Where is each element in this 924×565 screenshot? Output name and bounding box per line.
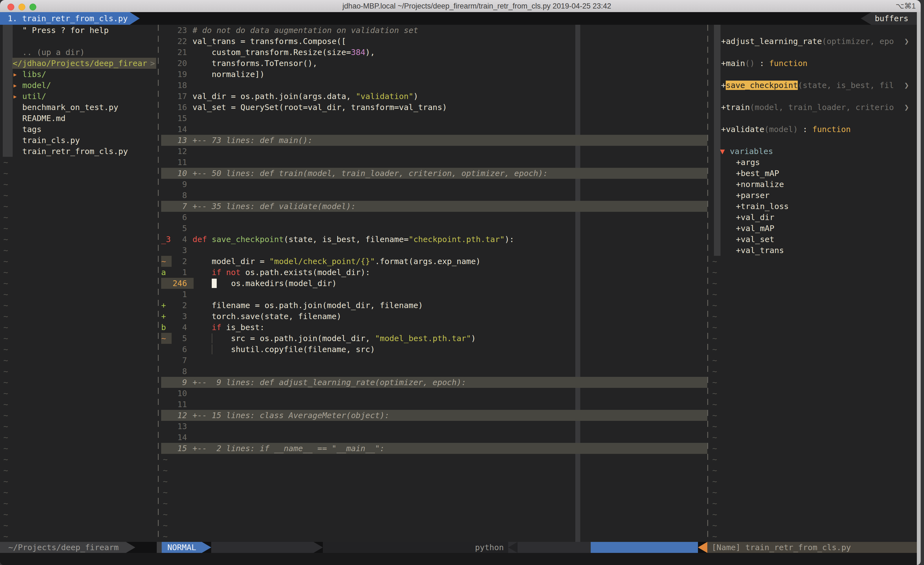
fold-line[interactable]: 12+-- 15 lines: class AverageMeter(objec…	[161, 410, 707, 421]
code-line[interactable]: 7	[161, 355, 707, 366]
tree-item[interactable]: " Press ? for help	[0, 25, 156, 36]
tag-entry[interactable]: +args	[712, 157, 917, 168]
fold-text: +-- 50 lines: def train(model, train_loa…	[192, 168, 548, 178]
tree-item[interactable]: ▸model/	[0, 80, 156, 91]
code-line[interactable]: 11	[161, 399, 707, 410]
line-number: 10	[172, 388, 187, 399]
tag-entry[interactable]: +val_set	[712, 234, 917, 245]
code-line[interactable]: 8	[161, 190, 707, 201]
code-token: 384	[351, 48, 365, 57]
fold-line[interactable]: 10+-- 50 lines: def train(model, train_l…	[161, 168, 707, 179]
empty-line-tilde: ~	[0, 388, 156, 399]
fold-line[interactable]: 9+-- 9 lines: def adjust_learning_rate(o…	[161, 377, 707, 388]
line-number: 7	[172, 201, 187, 212]
close-button-icon[interactable]	[8, 4, 14, 11]
fold-line[interactable]: 13+-- 73 lines: def main():	[161, 135, 707, 146]
code-token: val_set = QuerySet(root=val_dir, transfo…	[192, 102, 447, 112]
code-line[interactable]: +2 filename = os.path.join(model_dir, fi…	[161, 300, 707, 311]
code-line[interactable]: ~5 src = os.path.join(model_dir, "model_…	[161, 333, 707, 344]
code-line[interactable]: 14	[161, 432, 707, 443]
code-line[interactable]: 18	[161, 80, 707, 91]
code-line[interactable]: b4 if is_best:	[161, 322, 707, 333]
empty-line-tilde: ~	[712, 311, 917, 322]
code-token: not	[226, 267, 240, 277]
code-token: model_dir =	[192, 257, 269, 266]
tree-item[interactable]: .. (up a dir)	[0, 47, 156, 58]
code-line[interactable]: 246 os.makedirs(model_dir)	[161, 278, 707, 289]
code-line[interactable]: 5	[161, 223, 707, 234]
statusline-tagbar-name: [Name] train_retr_from_cls.py	[707, 542, 917, 553]
tag-entry[interactable]: ▼variables	[712, 146, 917, 157]
fold-line[interactable]: 15+-- 2 lines: if __name__ == "__main__"…	[161, 443, 707, 454]
tag-entry[interactable]: +save_checkpoint(state, is_best, fil❯	[712, 80, 917, 91]
tag-entry[interactable]: +train(model, train_loader, criterio❯	[712, 102, 917, 113]
code-line[interactable]: _34def save_checkpoint(state, is_best, f…	[161, 234, 707, 245]
tree-item[interactable]: benchmark_on_test.py	[0, 102, 156, 113]
code-line[interactable]: 12	[161, 146, 707, 157]
tag-entry[interactable]: +validate(model) : function	[712, 124, 917, 135]
tree-item[interactable]: train_cls.py	[0, 135, 156, 146]
buffers-label[interactable]: buffers	[861, 12, 917, 25]
fold-text: +-- 35 lines: def validate(model):	[192, 201, 356, 211]
tree-item[interactable]: train_retr_from_cls.py	[0, 146, 156, 157]
tag-entry[interactable]: +best_mAP	[712, 168, 917, 179]
tag-blank-line	[712, 135, 917, 146]
code-line[interactable]: 11	[161, 157, 707, 168]
tag-entry[interactable]: +val_mAP	[712, 223, 917, 234]
tag-entry[interactable]: +main() : function	[712, 58, 917, 69]
tree-item[interactable]: ▸util/	[0, 91, 156, 102]
code-line[interactable]: 21 custom_transform.Resize(size=384),	[161, 47, 707, 58]
code-line[interactable]: 14	[161, 124, 707, 135]
gutter-sign: +	[161, 311, 172, 322]
code-line[interactable]: 19 normalize])	[161, 69, 707, 80]
window-separator[interactable]	[707, 25, 708, 542]
code-line[interactable]: 17val_dir = os.path.join(args.data, "val…	[161, 91, 707, 102]
tag-entry[interactable]: +adjust_learning_rate(optimizer, epo❯	[712, 36, 917, 47]
code-token: if	[212, 267, 221, 277]
fold-text: +-- 15 lines: class AverageMeter(object)…	[192, 411, 389, 420]
line-number: 21	[172, 47, 187, 58]
code-line[interactable]: +3 torch.save(state, filename)	[161, 311, 707, 322]
code-token: "checkpoint.pth.tar"	[409, 234, 505, 244]
filetype-text: python	[475, 542, 504, 553]
tree-item[interactable]: README.md	[0, 113, 156, 124]
empty-line-tilde: ~	[0, 190, 156, 201]
tree-item[interactable]: </jdhao/Projects/deep_firear>	[0, 58, 156, 69]
tree-item[interactable]: ▸libs/	[0, 69, 156, 80]
code-line[interactable]: 6 shutil.copyfile(filename, src)	[161, 344, 707, 355]
window-separator[interactable]	[158, 25, 159, 542]
tag-entry[interactable]: +val_trans	[712, 245, 917, 256]
code-line[interactable]: a1 if not os.path.exists(model_dir):	[161, 267, 707, 278]
sign-cell	[161, 190, 172, 201]
line-number: 5	[172, 333, 187, 344]
tag-token: +normalize	[736, 180, 784, 189]
code-line[interactable]: ~2 model_dir = "model/check_point/{}".fo…	[161, 256, 707, 267]
statusline-position: 86% ≡ 246/284LN : 5	[591, 542, 698, 553]
code-line[interactable]: 8	[161, 366, 707, 377]
code-line[interactable]: 13	[161, 421, 707, 432]
code-line[interactable]: 6	[161, 212, 707, 223]
code-line[interactable]: 15	[161, 113, 707, 124]
fold-line[interactable]: 7+-- 35 lines: def validate(model):	[161, 201, 707, 212]
code-line[interactable]: 20 transforms.ToTensor(),	[161, 58, 707, 69]
tree-item-label: benchmark_on_test.py	[22, 102, 118, 112]
tag-token: +train_loss	[736, 201, 789, 211]
empty-line-tilde: ~	[0, 278, 156, 289]
code-line[interactable]: 23# do not do data augmentation on valid…	[161, 25, 707, 36]
code-line[interactable]: 3	[161, 245, 707, 256]
code-line[interactable]: 22val_trans = transforms.Compose([	[161, 36, 707, 47]
tree-item-label: README.md	[22, 114, 66, 123]
tag-entry[interactable]: +train_loss	[712, 201, 917, 212]
tag-entry[interactable]: +val_dir	[712, 212, 917, 223]
sign-cell	[161, 399, 172, 410]
tag-entry[interactable]: +normalize	[712, 179, 917, 190]
sign-cell	[161, 201, 172, 212]
code-line[interactable]: 9	[161, 179, 707, 190]
tree-item[interactable]: tags	[0, 124, 156, 135]
tag-entry[interactable]: +parser	[712, 190, 917, 201]
code-line[interactable]: 1	[161, 289, 707, 300]
code-line[interactable]: 10	[161, 388, 707, 399]
tab-train-retr-from-cls[interactable]: 1. train_retr_from_cls.py	[0, 12, 140, 25]
titlebar: jdhao-MBP.local ~/Projects/deep_firearm/…	[0, 0, 921, 12]
code-line[interactable]: 16val_set = QuerySet(root=val_dir, trans…	[161, 102, 707, 113]
